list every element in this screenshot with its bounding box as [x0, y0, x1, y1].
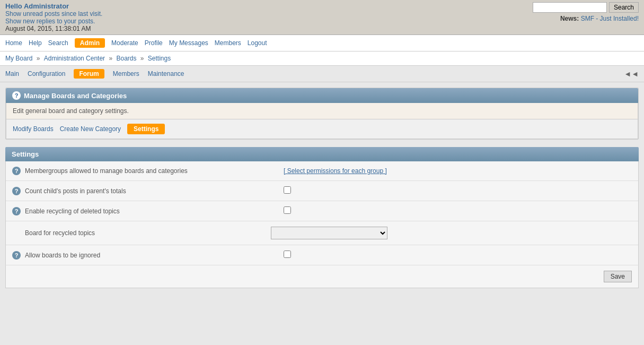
help-icon-ignore-boards[interactable]: ?	[12, 251, 21, 260]
nav-help[interactable]: Help	[29, 39, 42, 47]
breadcrumb-boards[interactable]: Boards	[116, 55, 136, 62]
unread-posts-link[interactable]: Show unread posts since last visit.	[5, 10, 102, 18]
nav-logout[interactable]: Logout	[248, 39, 267, 47]
setting-row-recycling: ? Enable recycling of deleted topics	[6, 201, 638, 221]
label-child-posts: Count child's posts in parent's totals	[25, 187, 279, 195]
manage-boards-box: ? Manage Boards and Categories Edit gene…	[5, 88, 639, 140]
sub-action-bar: Modify Boards Create New Category Settin…	[6, 119, 638, 139]
main-content: ? Manage Boards and Categories Edit gene…	[0, 82, 644, 294]
breadcrumb-admin-center[interactable]: Administration Center	[44, 55, 105, 62]
label-membergroups: Membergroups allowed to manage boards an…	[25, 167, 279, 175]
subnav-forum[interactable]: Forum	[74, 69, 104, 79]
breadcrumb-sep1: »	[37, 55, 42, 62]
value-membergroups: [ Select permissions for each group ]	[284, 167, 632, 175]
select-recycle-board[interactable]	[271, 227, 387, 239]
setting-row-child-posts: ? Count child's posts in parent's totals	[6, 181, 638, 201]
settings-button[interactable]: Settings	[127, 124, 165, 134]
subnav-configuration[interactable]: Configuration	[28, 70, 65, 77]
top-bar-right: Search News: SMF - Just Installed!	[533, 2, 639, 22]
nav-my-messages[interactable]: My Messages	[169, 39, 208, 47]
settings-body: ? Membergroups allowed to manage boards …	[5, 161, 639, 265]
nav-admin[interactable]: Admin	[75, 38, 105, 48]
news-label: News:	[560, 15, 579, 22]
nav-search[interactable]: Search	[48, 39, 68, 47]
create-category-link[interactable]: Create New Category	[60, 125, 121, 133]
label-ignore-boards: Allow boards to be ignored	[25, 252, 279, 259]
value-child-posts	[284, 186, 632, 195]
manage-boards-desc: Edit general board and category settings…	[6, 103, 638, 119]
search-box: Search	[533, 2, 639, 13]
top-bar: Hello Administrator Show unread posts si…	[0, 0, 644, 35]
save-button[interactable]: Save	[604, 271, 632, 282]
setting-row-recycle-board: Board for recycled topics	[6, 221, 638, 245]
help-icon-recycling[interactable]: ?	[12, 207, 21, 215]
checkbox-recycling[interactable]	[284, 206, 291, 214]
search-input[interactable]	[533, 2, 607, 13]
checkbox-ignore-boards[interactable]	[284, 251, 291, 258]
manage-boards-title: Manage Boards and Categories	[24, 92, 127, 100]
settings-header: Settings	[5, 147, 639, 161]
back-icon[interactable]: ◄◄	[624, 70, 639, 78]
search-button[interactable]: Search	[609, 2, 639, 13]
value-recycle-board	[271, 227, 632, 239]
label-recycle-board: Board for recycled topics	[12, 229, 267, 237]
breadcrumb-sep2: »	[109, 55, 114, 62]
settings-section: Settings ? Membergroups allowed to manag…	[5, 147, 639, 288]
top-bar-left: Hello Administrator Show unread posts si…	[5, 2, 102, 32]
permissions-link[interactable]: [ Select permissions for each group ]	[284, 167, 387, 175]
timestamp: August 04, 2015, 11:38:01 AM	[5, 25, 102, 32]
modify-boards-link[interactable]: Modify Boards	[13, 125, 54, 133]
nav-bar: Home Help Search Admin Moderate Profile …	[0, 35, 644, 51]
help-icon-membergroups[interactable]: ?	[12, 167, 21, 175]
sub-nav: Main Configuration Forum Members Mainten…	[0, 66, 644, 82]
breadcrumb-sep3: »	[140, 55, 146, 62]
breadcrumb-settings[interactable]: Settings	[148, 55, 171, 62]
help-icon-child-posts[interactable]: ?	[12, 187, 21, 195]
checkbox-child-posts[interactable]	[284, 186, 291, 194]
breadcrumb: My Board » Administration Center » Board…	[0, 51, 644, 66]
nav-moderate[interactable]: Moderate	[111, 39, 138, 47]
breadcrumb-my-board[interactable]: My Board	[5, 55, 32, 62]
nav-profile[interactable]: Profile	[145, 39, 163, 47]
value-recycling	[284, 206, 632, 215]
label-recycling: Enable recycling of deleted topics	[25, 208, 279, 215]
nav-home[interactable]: Home	[5, 39, 22, 47]
subnav-maintenance[interactable]: Maintenance	[148, 70, 184, 77]
setting-row-membergroups: ? Membergroups allowed to manage boards …	[6, 161, 638, 181]
manage-boards-help-icon[interactable]: ?	[12, 91, 21, 100]
nav-members[interactable]: Members	[215, 39, 241, 47]
value-ignore-boards	[284, 251, 632, 260]
news-link[interactable]: SMF - Just Installed!	[581, 15, 639, 22]
news-area: News: SMF - Just Installed!	[533, 15, 639, 22]
hello-text: Hello Administrator	[5, 2, 102, 10]
save-row: Save	[5, 265, 639, 288]
subnav-main[interactable]: Main	[5, 70, 19, 77]
new-replies-link[interactable]: Show new replies to your posts.	[5, 18, 95, 25]
subnav-members[interactable]: Members	[113, 70, 139, 77]
setting-row-ignore-boards: ? Allow boards to be ignored	[6, 245, 638, 265]
manage-boards-header: ? Manage Boards and Categories	[6, 88, 638, 103]
